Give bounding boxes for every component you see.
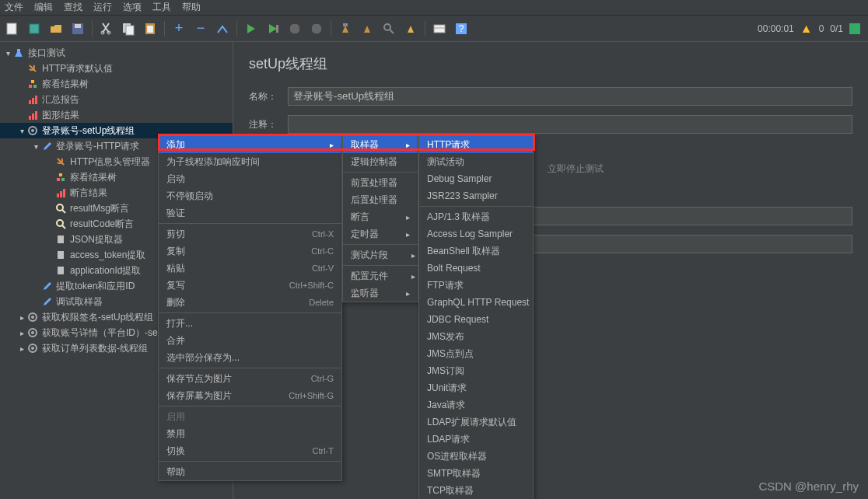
svg-rect-36 <box>60 191 62 197</box>
run-no-pause-icon[interactable] <box>264 19 282 38</box>
context-menu[interactable]: 添加▸为子线程添加响应时间启动不停顿启动验证剪切Ctrl-X复制Ctrl-C粘贴… <box>158 135 342 481</box>
menu-item[interactable]: 保存屏幕为图片Ctrl+Shift-G <box>159 387 341 404</box>
chevron-icon[interactable]: ▾ <box>3 49 12 58</box>
menu-item[interactable]: 定时器▸ <box>343 225 418 243</box>
save-icon[interactable] <box>68 19 87 38</box>
name-input[interactable] <box>288 87 852 106</box>
reset-search-icon[interactable] <box>401 19 420 38</box>
menu-item[interactable]: SMTP取样器 <box>419 465 533 482</box>
help-icon[interactable]: ? <box>452 19 471 38</box>
menu-item[interactable]: AJP/1.3 取样器 <box>419 208 533 225</box>
warning-icon[interactable]: ▲ <box>800 22 813 36</box>
tree-item[interactable]: 察看结果树 <box>0 76 233 92</box>
comment-input[interactable] <box>288 115 852 134</box>
menu-item[interactable]: Access Log Sampler <box>419 225 533 243</box>
menu-item[interactable]: 帮助 <box>159 463 341 480</box>
menu-item[interactable]: 删除Delete <box>159 294 341 311</box>
menu-item[interactable]: JDBC Request <box>419 311 533 328</box>
menu-item[interactable]: 监听器▸ <box>343 284 418 302</box>
menu-item[interactable]: 后置处理器▸ <box>343 191 418 208</box>
tree-item[interactable]: 图形结果 <box>0 107 233 123</box>
menu-item[interactable]: 为子线程添加响应时间 <box>159 153 341 170</box>
menu-item[interactable]: 添加▸ <box>159 136 341 153</box>
menu-item[interactable]: 配置元件▸ <box>343 267 418 284</box>
cut-icon[interactable] <box>97 19 116 38</box>
menu-item[interactable]: JMS发布 <box>419 328 533 345</box>
menu-item[interactable]: JUnit请求 <box>419 379 533 396</box>
menu-item[interactable]: TCP取样器 <box>419 482 533 499</box>
tree-item[interactable]: ▾接口测试 <box>0 45 233 61</box>
chevron-icon[interactable]: ▸ <box>17 344 26 353</box>
add-submenu[interactable]: 取样器▸逻辑控制器▸前置处理器▸后置处理器▸断言▸定时器▸测试片段▸配置元件▸监… <box>342 135 418 302</box>
stop-option[interactable]: 立即停止测试 <box>548 163 604 174</box>
menu-item[interactable]: 禁用 <box>159 425 341 442</box>
sampler-submenu[interactable]: HTTP请求测试活动Debug SamplerJSR223 SamplerAJP… <box>418 135 534 499</box>
new-icon[interactable] <box>3 19 22 38</box>
menu-编辑[interactable]: 编辑 <box>34 1 53 14</box>
menu-item[interactable]: 粘贴Ctrl-V <box>159 260 341 277</box>
stop-icon[interactable] <box>285 19 304 38</box>
menu-item[interactable]: Debug Sampler <box>419 170 533 187</box>
search-icon[interactable] <box>380 19 398 38</box>
menu-item[interactable]: 选中部分保存为... <box>159 349 341 366</box>
toggle-icon[interactable] <box>213 19 232 38</box>
chevron-icon[interactable]: ▾ <box>31 142 40 151</box>
menu-item[interactable]: Java请求 <box>419 396 533 414</box>
menu-item[interactable]: 复写Ctrl+Shift-C <box>159 277 341 294</box>
expand-icon[interactable]: + <box>170 19 188 38</box>
menu-item[interactable]: 不停顿启动 <box>159 187 341 204</box>
run-icon[interactable] <box>242 19 261 38</box>
menu-查找[interactable]: 查找 <box>64 1 82 14</box>
menubar: 文件编辑查找运行选项工具帮助 <box>0 0 868 16</box>
gear-icon <box>26 326 39 339</box>
menu-item[interactable]: 前置处理器▸ <box>343 174 418 191</box>
menu-item[interactable]: 切换Ctrl-T <box>159 442 341 459</box>
menu-item[interactable]: JMS点到点 <box>419 345 533 362</box>
tree-item[interactable]: 汇总报告 <box>0 92 233 107</box>
menu-item[interactable]: 剪切Ctrl-X <box>159 225 341 243</box>
menu-帮助[interactable]: 帮助 <box>182 1 201 14</box>
open-icon[interactable] <box>47 19 65 38</box>
menu-item[interactable]: 复制Ctrl-C <box>159 243 341 260</box>
menu-item[interactable]: Bolt Request <box>419 260 533 277</box>
function-icon[interactable] <box>430 19 449 38</box>
templates-icon[interactable] <box>25 19 44 38</box>
menu-运行[interactable]: 运行 <box>93 1 112 14</box>
chevron-icon[interactable]: ▸ <box>17 329 26 337</box>
menu-item[interactable]: 取样器▸ <box>343 136 418 153</box>
collapse-icon[interactable]: − <box>191 19 210 38</box>
menu-item[interactable]: 保存节点为图片Ctrl-G <box>159 370 341 387</box>
menu-item[interactable]: 启动 <box>159 170 341 187</box>
menu-item[interactable]: OS进程取样器 <box>419 448 533 465</box>
chevron-icon[interactable]: ▾ <box>17 127 26 135</box>
menu-item[interactable]: BeanShell 取样器 <box>419 243 533 260</box>
doc-icon <box>54 264 67 277</box>
shutdown-icon[interactable] <box>307 19 326 38</box>
menu-item[interactable]: LDAP扩展请求默认值 <box>419 414 533 431</box>
menu-item[interactable]: 断言▸ <box>343 208 418 225</box>
menu-item-label: 测试片段 <box>351 249 388 262</box>
menu-item[interactable]: 打开... <box>159 315 341 332</box>
menu-item[interactable]: 测试活动 <box>419 153 533 170</box>
copy-icon[interactable] <box>119 19 138 38</box>
menu-item[interactable]: FTP请求 <box>419 277 533 294</box>
menu-item[interactable]: 合并 <box>159 332 341 349</box>
menu-item[interactable]: 逻辑控制器▸ <box>343 153 418 170</box>
tree-item[interactable]: HTTP请求默认值 <box>0 61 233 76</box>
clear-all-icon[interactable] <box>358 19 376 38</box>
menu-item[interactable]: JSR223 Sampler <box>419 187 533 204</box>
menu-item[interactable]: 验证 <box>159 204 341 222</box>
menu-item[interactable]: HTTP请求 <box>419 136 533 153</box>
menu-选项[interactable]: 选项 <box>123 1 142 14</box>
menu-工具[interactable]: 工具 <box>152 1 171 14</box>
menu-item[interactable]: 测试片段▸ <box>343 246 418 263</box>
menu-文件[interactable]: 文件 <box>5 1 23 14</box>
clear-icon[interactable] <box>336 19 355 38</box>
menu-item[interactable]: LDAP请求 <box>419 431 533 448</box>
menu-item[interactable]: JMS订阅 <box>419 362 533 379</box>
menu-item[interactable]: GraphQL HTTP Request <box>419 294 533 311</box>
chevron-icon[interactable]: ▸ <box>17 313 26 322</box>
lens-icon <box>54 218 67 230</box>
menu-item-label: Debug Sampler <box>427 173 492 184</box>
paste-icon[interactable] <box>141 19 159 38</box>
